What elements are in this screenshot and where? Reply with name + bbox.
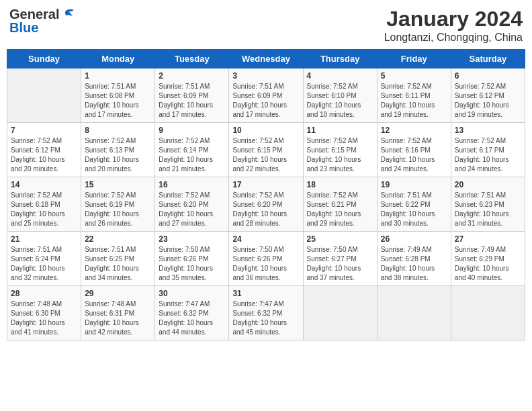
calendar-cell: 26 Sunrise: 7:49 AM Sunset: 6:28 PM Dayl… <box>377 232 451 286</box>
calendar-cell: 2 Sunrise: 7:51 AM Sunset: 6:09 PM Dayli… <box>155 68 229 123</box>
calendar-cell: 13 Sunrise: 7:52 AM Sunset: 6:17 PM Dayl… <box>451 123 525 177</box>
day-info: Sunrise: 7:51 AM Sunset: 6:08 PM Dayligh… <box>85 82 151 120</box>
daylight-text: Daylight: 10 hours and 44 minutes. <box>159 318 225 337</box>
logo-general-text: General <box>9 7 59 21</box>
calendar-cell: 5 Sunrise: 7:52 AM Sunset: 6:11 PM Dayli… <box>377 68 451 123</box>
daylight-text: Daylight: 10 hours and 28 minutes. <box>232 210 299 228</box>
sunset-text: Sunset: 6:27 PM <box>307 255 373 264</box>
day-info: Sunrise: 7:52 AM Sunset: 6:10 PM Dayligh… <box>307 82 373 120</box>
day-info: Sunrise: 7:48 AM Sunset: 6:31 PM Dayligh… <box>85 300 151 337</box>
sunrise-text: Sunrise: 7:52 AM <box>307 191 373 200</box>
day-info: Sunrise: 7:52 AM Sunset: 6:15 PM Dayligh… <box>307 136 373 174</box>
sunset-text: Sunset: 6:31 PM <box>85 309 151 318</box>
calendar-cell: 6 Sunrise: 7:52 AM Sunset: 6:12 PM Dayli… <box>451 68 525 123</box>
day-number: 21 <box>11 234 77 244</box>
sunrise-text: Sunrise: 7:49 AM <box>381 245 447 255</box>
day-number: 6 <box>455 71 521 81</box>
calendar-cell: 4 Sunrise: 7:52 AM Sunset: 6:10 PM Dayli… <box>303 68 377 123</box>
header-friday: Friday <box>377 50 451 68</box>
sunset-text: Sunset: 6:17 PM <box>455 146 521 155</box>
sunset-text: Sunset: 6:30 PM <box>11 309 77 318</box>
calendar-cell: 25 Sunrise: 7:50 AM Sunset: 6:27 PM Dayl… <box>303 232 377 286</box>
daylight-text: Daylight: 10 hours and 41 minutes. <box>11 318 77 337</box>
logo-blue-text: Blue <box>9 20 38 35</box>
sunset-text: Sunset: 6:26 PM <box>159 255 225 264</box>
sunset-text: Sunset: 6:26 PM <box>232 255 299 264</box>
daylight-text: Daylight: 10 hours and 32 minutes. <box>11 264 77 283</box>
day-info: Sunrise: 7:49 AM Sunset: 6:28 PM Dayligh… <box>381 245 447 283</box>
calendar-week-3: 14 Sunrise: 7:52 AM Sunset: 6:18 PM Dayl… <box>7 177 525 232</box>
sunrise-text: Sunrise: 7:52 AM <box>85 191 151 200</box>
day-info: Sunrise: 7:52 AM Sunset: 6:20 PM Dayligh… <box>232 191 299 228</box>
sunset-text: Sunset: 6:21 PM <box>307 200 373 210</box>
calendar-cell: 23 Sunrise: 7:50 AM Sunset: 6:26 PM Dayl… <box>155 232 229 286</box>
day-info: Sunrise: 7:50 AM Sunset: 6:26 PM Dayligh… <box>159 245 225 283</box>
sunset-text: Sunset: 6:12 PM <box>455 91 521 101</box>
calendar-week-5: 28 Sunrise: 7:48 AM Sunset: 6:30 PM Dayl… <box>7 286 525 340</box>
sunset-text: Sunset: 6:12 PM <box>11 146 77 155</box>
day-number: 16 <box>159 180 225 189</box>
sunrise-text: Sunrise: 7:51 AM <box>11 245 77 255</box>
calendar-cell: 27 Sunrise: 7:49 AM Sunset: 6:29 PM Dayl… <box>451 232 525 286</box>
daylight-text: Daylight: 10 hours and 17 minutes. <box>85 101 151 120</box>
sunset-text: Sunset: 6:25 PM <box>85 255 151 264</box>
daylight-text: Daylight: 10 hours and 31 minutes. <box>455 210 521 228</box>
day-number: 29 <box>85 289 151 298</box>
day-info: Sunrise: 7:50 AM Sunset: 6:27 PM Dayligh… <box>307 245 373 283</box>
calendar-cell: 29 Sunrise: 7:48 AM Sunset: 6:31 PM Dayl… <box>81 286 155 340</box>
day-number: 15 <box>85 180 151 189</box>
sunrise-text: Sunrise: 7:52 AM <box>307 82 373 91</box>
sunset-text: Sunset: 6:18 PM <box>11 200 77 210</box>
calendar-cell: 22 Sunrise: 7:51 AM Sunset: 6:25 PM Dayl… <box>81 232 155 286</box>
sunset-text: Sunset: 6:16 PM <box>381 146 447 155</box>
sunset-text: Sunset: 6:32 PM <box>232 309 299 318</box>
daylight-text: Daylight: 10 hours and 38 minutes. <box>381 264 447 283</box>
calendar-cell: 24 Sunrise: 7:50 AM Sunset: 6:26 PM Dayl… <box>229 232 303 286</box>
sunrise-text: Sunrise: 7:48 AM <box>11 300 77 309</box>
day-info: Sunrise: 7:47 AM Sunset: 6:32 PM Dayligh… <box>159 300 225 337</box>
calendar-title: January 2024 <box>384 7 523 32</box>
sunrise-text: Sunrise: 7:52 AM <box>381 82 447 91</box>
header-saturday: Saturday <box>451 50 525 68</box>
day-info: Sunrise: 7:52 AM Sunset: 6:21 PM Dayligh… <box>307 191 373 228</box>
sunrise-text: Sunrise: 7:51 AM <box>381 191 447 200</box>
calendar-location: Longtanzi, Chongqing, China <box>384 32 523 44</box>
sunset-text: Sunset: 6:15 PM <box>232 146 299 155</box>
day-number: 14 <box>11 180 77 189</box>
day-number: 30 <box>159 289 225 298</box>
calendar-cell: 7 Sunrise: 7:52 AM Sunset: 6:12 PM Dayli… <box>7 123 81 177</box>
sunrise-text: Sunrise: 7:51 AM <box>85 82 151 91</box>
sunset-text: Sunset: 6:28 PM <box>381 255 447 264</box>
sunrise-text: Sunrise: 7:52 AM <box>455 82 521 91</box>
day-number: 9 <box>159 126 225 135</box>
logo: General Blue <box>9 7 75 36</box>
sunrise-text: Sunrise: 7:50 AM <box>307 245 373 255</box>
calendar-week-1: 1 Sunrise: 7:51 AM Sunset: 6:08 PM Dayli… <box>7 68 525 123</box>
day-info: Sunrise: 7:51 AM Sunset: 6:09 PM Dayligh… <box>159 82 225 120</box>
daylight-text: Daylight: 10 hours and 24 minutes. <box>455 155 521 174</box>
daylight-text: Daylight: 10 hours and 17 minutes. <box>159 101 225 120</box>
sunrise-text: Sunrise: 7:52 AM <box>159 136 225 146</box>
day-number: 7 <box>11 126 77 135</box>
sunrise-text: Sunrise: 7:52 AM <box>85 136 151 146</box>
day-number: 4 <box>307 71 373 81</box>
daylight-text: Daylight: 10 hours and 36 minutes. <box>232 264 299 283</box>
sunset-text: Sunset: 6:23 PM <box>455 200 521 210</box>
calendar-table: Sunday Monday Tuesday Wednesday Thursday… <box>7 49 525 340</box>
daylight-text: Daylight: 10 hours and 42 minutes. <box>85 318 151 337</box>
day-info: Sunrise: 7:52 AM Sunset: 6:15 PM Dayligh… <box>232 136 299 174</box>
day-number: 19 <box>381 180 447 189</box>
sunrise-text: Sunrise: 7:51 AM <box>85 245 151 255</box>
daylight-text: Daylight: 10 hours and 22 minutes. <box>232 155 299 174</box>
daylight-text: Daylight: 10 hours and 20 minutes. <box>85 155 151 174</box>
day-info: Sunrise: 7:52 AM Sunset: 6:12 PM Dayligh… <box>11 136 77 174</box>
sunset-text: Sunset: 6:10 PM <box>307 91 373 101</box>
day-info: Sunrise: 7:51 AM Sunset: 6:25 PM Dayligh… <box>85 245 151 283</box>
sunset-text: Sunset: 6:15 PM <box>307 146 373 155</box>
day-number: 18 <box>307 180 373 189</box>
daylight-text: Daylight: 10 hours and 20 minutes. <box>11 155 77 174</box>
sunset-text: Sunset: 6:22 PM <box>381 200 447 210</box>
calendar-cell: 1 Sunrise: 7:51 AM Sunset: 6:08 PM Dayli… <box>81 68 155 123</box>
day-number: 3 <box>232 71 299 81</box>
day-number: 13 <box>455 126 521 135</box>
